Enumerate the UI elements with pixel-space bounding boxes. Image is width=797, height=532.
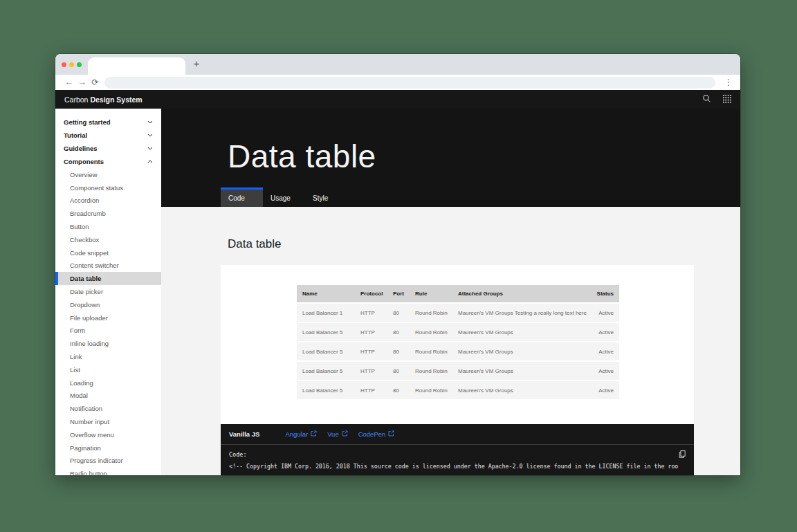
table-header-row: Name Protocol Port Rule Attached Groups … [297,285,619,302]
table-row[interactable]: Load Balancer 1 HTTP 80 Round Robin Maur… [297,304,619,322]
tab-code[interactable]: Code [221,187,263,207]
section-label: Tutorial [64,131,87,139]
maximize-window-icon[interactable] [77,62,82,67]
sidebar-section-getting-started[interactable]: Getting started [55,116,161,129]
launch-icon [311,430,317,438]
sidebar-item-date-picker[interactable]: Date picker [55,285,161,298]
codepen-link[interactable]: CodePen [358,430,395,438]
section-label: Guidelines [64,145,98,152]
cell-attached-groups: Maureen's VM Groups [452,342,588,360]
cell-attached-groups: Maureen's VM Groups [452,323,588,341]
cell-status: Active [588,381,619,399]
sidebar-item-checkbox[interactable]: Checkbox [55,233,161,246]
table-row[interactable]: Load Balancer 5 HTTP 80 Round Robin Maur… [297,381,619,399]
table-row[interactable]: Load Balancer 5 HTTP 80 Round Robin Maur… [297,323,619,341]
address-bar[interactable] [104,77,715,89]
col-header-status: Status [588,285,619,302]
code-snippet-text[interactable]: <!-- Copyright IBM Corp. 2016, 2018 This… [221,458,694,470]
sidebar-nav: Getting started Tutorial Guidelines Comp… [55,109,161,475]
minimize-window-icon[interactable] [69,62,74,67]
page-title: Data table [228,138,376,175]
browser-tabstrip: + [55,54,740,75]
sidebar-item-file-uploader[interactable]: File uploader [55,311,161,324]
browser-tab[interactable] [88,57,185,75]
sidebar-item-pagination[interactable]: Pagination [55,441,161,455]
sidebar-item-inline-loading[interactable]: Inline loading [55,337,161,350]
close-window-icon[interactable] [62,62,66,67]
angular-link[interactable]: Angular [285,430,317,438]
cell-status: Active [588,342,619,360]
col-header-attached-groups: Attached Groups [452,285,588,302]
link-label: Vue [327,430,339,438]
section-label: Getting started [64,118,111,126]
browser-menu-icon[interactable]: ⋮ [724,77,733,87]
app-body: Getting started Tutorial Guidelines Comp… [55,109,740,475]
reload-icon[interactable]: ⟳ [89,75,102,89]
page-tabs: Code Usage Style [161,187,740,207]
demo-card: Name Protocol Port Rule Attached Groups … [221,265,694,424]
cell-name: Load Balancer 5 [297,323,355,341]
search-icon[interactable] [702,94,711,104]
sidebar-item-form[interactable]: Form [55,324,161,338]
sidebar-item-loading[interactable]: Loading [55,376,161,389]
new-tab-button[interactable]: + [190,57,203,71]
tab-style[interactable]: Style [305,187,347,207]
cell-protocol: HTTP [355,342,387,360]
brand-prefix: Carbon [64,95,88,104]
cell-attached-groups: Maureen's VM Groups [452,362,588,380]
sidebar-item-breadcrumb[interactable]: Breadcrumb [55,207,161,220]
sidebar-item-overview[interactable]: Overview [55,168,161,181]
sidebar-item-progress-indicator[interactable]: Progress indicator [55,455,161,468]
brand-suffix: Design System [90,95,142,104]
cell-protocol: HTTP [355,362,387,380]
browser-toolbar: ← → ⟳ ⋮ [55,75,740,90]
app-switcher-icon[interactable] [723,95,731,104]
sidebar-item-radio-button[interactable]: Radio button [55,467,161,475]
sidebar-item-dropdown[interactable]: Dropdown [55,298,161,311]
cell-attached-groups: Maureen's VM Groups [452,381,588,399]
code-label: Code: [229,451,247,458]
cell-port: 80 [387,323,410,341]
sidebar-item-overflow-menu[interactable]: Overflow menu [55,428,161,441]
sidebar-item-button[interactable]: Button [55,220,161,233]
cell-rule: Round Robin [410,381,452,399]
sidebar-item-notification[interactable]: Notification [55,402,161,415]
cell-protocol: HTTP [355,323,387,341]
col-header-port: Port [387,285,410,302]
cell-attached-groups: Maureen's VM Groups Testing a really lon… [452,304,588,322]
sidebar-item-content-switcher[interactable]: Content switcher [55,259,161,273]
sidebar-item-list[interactable]: List [55,363,161,376]
sidebar-item-component-status[interactable]: Component status [55,181,161,194]
sidebar-item-link[interactable]: Link [55,350,161,363]
tab-usage[interactable]: Usage [263,187,305,207]
cell-protocol: HTTP [355,304,387,322]
cell-name: Load Balancer 5 [297,342,355,360]
chevron-down-icon [147,147,153,150]
sidebar-section-tutorial[interactable]: Tutorial [55,129,161,142]
sidebar-section-guidelines[interactable]: Guidelines [55,142,161,155]
sidebar-item-modal[interactable]: Modal [55,389,161,403]
sidebar-item-code-snippet[interactable]: Code snippet [55,246,161,259]
col-header-name: Name [297,285,355,302]
cell-protocol: HTTP [355,381,387,399]
site-brand[interactable]: Carbon Design System [64,95,143,104]
launch-icon [342,430,348,438]
vue-link[interactable]: Vue [327,430,348,438]
forward-icon[interactable]: → [75,75,89,89]
copy-icon[interactable] [679,450,686,458]
chevron-up-icon [147,160,153,163]
launch-icon [388,430,394,438]
chevron-down-icon [147,134,153,137]
table-row[interactable]: Load Balancer 5 HTTP 80 Round Robin Maur… [297,342,619,360]
desktop-backdrop: + ← → ⟳ ⋮ Carbon Design System [0,0,797,532]
cell-status: Active [588,323,619,341]
sidebar-item-number-input[interactable]: Number input [55,415,161,428]
code-panel: Vanilla JS Angular Vue CodePen [221,424,694,475]
cell-name: Load Balancer 1 [297,304,355,322]
sidebar-item-data-table[interactable]: Data table [55,272,161,285]
cell-name: Load Balancer 5 [297,381,355,399]
sidebar-section-components[interactable]: Components [55,155,161,168]
sidebar-item-accordion[interactable]: Accordion [55,194,161,208]
back-icon[interactable]: ← [62,75,75,89]
table-row[interactable]: Load Balancer 5 HTTP 80 Round Robin Maur… [297,362,619,380]
